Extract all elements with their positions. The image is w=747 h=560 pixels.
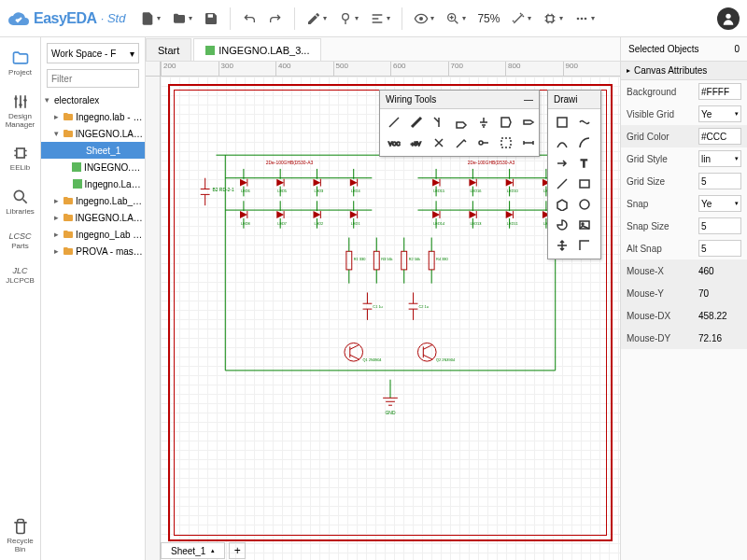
net-flag-tool[interactable] <box>496 113 516 132</box>
advanced-menu-button[interactable] <box>571 6 599 32</box>
redo-button[interactable] <box>264 6 287 32</box>
fabrication-menu-button[interactable] <box>539 6 567 32</box>
user-avatar[interactable] <box>717 7 740 30</box>
tree-row[interactable]: Ingegno.Lab_1.0 <box>41 175 145 192</box>
prop-row: Grid Color #CCC <box>621 125 747 147</box>
cloud-icon <box>7 7 30 30</box>
project-panel: Work Space - F▾ ▾electoralex ▸Ingegno.la… <box>41 37 146 560</box>
svg-marker-89 <box>314 211 321 218</box>
no-connect-tool[interactable] <box>429 133 449 152</box>
undo-button[interactable] <box>238 6 261 32</box>
canvas-attributes-header[interactable]: Canvas Attributes <box>621 62 747 80</box>
svg-text:R2
56k: R2 56k <box>409 257 420 261</box>
line-tool[interactable] <box>574 113 595 132</box>
svg-point-0 <box>343 13 349 20</box>
svg-text:LED14: LED14 <box>433 221 445 226</box>
rail-recycle-bin[interactable]: Recycle Bin <box>2 511 39 560</box>
wiring-tools-title[interactable]: Wiring Tools— <box>380 91 539 109</box>
sheet-tool[interactable] <box>552 113 572 132</box>
measure-tool[interactable] <box>518 133 539 152</box>
folder-menu-button[interactable] <box>168 6 196 32</box>
arc-tool[interactable] <box>574 133 595 152</box>
ellipse-tool[interactable] <box>574 195 595 214</box>
bezier-tool[interactable] <box>552 133 572 152</box>
prop-input[interactable]: 5 <box>698 217 741 234</box>
app-logo[interactable]: EasyEDA · Std <box>7 7 125 30</box>
tree-row[interactable]: ▾INGEGNO.LAB_3n <box>41 125 145 142</box>
tools-menu-button[interactable] <box>507 6 535 32</box>
freehand-tool[interactable] <box>552 175 572 193</box>
tree-row[interactable]: ▸Ingegno.lab - mas <box>41 108 145 125</box>
svg-text:C2
1u: C2 1u <box>418 304 428 309</box>
pin-tool[interactable] <box>473 133 494 152</box>
save-button[interactable] <box>200 6 222 32</box>
rail-jlcpcb[interactable]: JLCJLCPCB <box>2 260 39 291</box>
rail-eelib[interactable]: EELib <box>2 138 39 178</box>
svg-text:B2
RD-2-1: B2 RD-2-1 <box>213 188 234 192</box>
prop-input[interactable]: #CCC <box>698 128 741 145</box>
zoom-menu-button[interactable] <box>442 6 470 32</box>
drag-tool[interactable] <box>552 236 572 255</box>
net-label-tool[interactable] <box>451 113 472 132</box>
group-tool[interactable] <box>496 133 516 152</box>
prop-input[interactable]: 5 <box>698 173 741 189</box>
more-icon <box>574 11 589 26</box>
schematic-content[interactable]: VCC 2De-100GHB(D530-A3 2De-100GHB(D530-A… <box>189 114 592 426</box>
rect-tool[interactable] <box>574 175 595 193</box>
canvas-origin-tool[interactable] <box>574 236 595 255</box>
wire-tool[interactable] <box>384 113 404 132</box>
view-menu-button[interactable] <box>410 6 438 32</box>
tree-row[interactable]: ▸INGEGNO.LAB.SM <box>41 209 145 226</box>
arrow-tool[interactable] <box>552 154 572 173</box>
rail-project[interactable]: Project <box>2 43 39 83</box>
minimize-icon[interactable]: — <box>524 94 533 105</box>
pin-icon <box>338 11 353 26</box>
place-menu-button[interactable] <box>334 6 362 32</box>
sheet-tab-1[interactable]: Sheet_1 ▴ <box>161 542 225 559</box>
polygon-tool[interactable] <box>552 195 572 214</box>
pie-tool[interactable] <box>552 216 572 234</box>
tab-start[interactable]: Start <box>146 38 191 61</box>
rail-parts[interactable]: LCSCParts <box>2 226 39 257</box>
prop-input[interactable]: lin <box>698 150 741 167</box>
tree-row[interactable]: INGEGNO.LAB_3 <box>41 159 145 175</box>
drawing-tools-title[interactable]: Drawi <box>548 91 600 109</box>
file-menu-button[interactable] <box>136 6 164 32</box>
power-tool[interactable]: +5V <box>406 133 427 152</box>
vcc-tool[interactable]: VCC <box>384 133 404 152</box>
rail-libraries[interactable]: Libraries <box>2 182 39 222</box>
format-menu-button[interactable] <box>366 6 394 32</box>
image-tool[interactable] <box>574 216 595 234</box>
chip-icon <box>543 11 557 26</box>
wiring-tools-panel[interactable]: Wiring Tools— VCC +5V <box>379 90 540 157</box>
tree-row[interactable]: ▸PROVA - master - <box>41 243 145 259</box>
tree-row[interactable]: ▸Ingegno_Lab - ma <box>41 226 145 243</box>
filter-input[interactable] <box>47 69 139 88</box>
add-sheet-button[interactable]: + <box>229 542 246 559</box>
tree-row[interactable]: Sheet_1 <box>41 142 145 159</box>
probe-tool[interactable] <box>451 133 472 152</box>
tree-root[interactable]: ▾electoralex <box>41 91 145 108</box>
svg-marker-69 <box>506 179 514 187</box>
svg-point-150 <box>417 343 436 361</box>
tree-row[interactable]: ▸Ingegno.Lab_SMD <box>41 192 145 209</box>
prop-input[interactable]: Ye <box>698 195 741 212</box>
prop-input[interactable]: 5 <box>698 240 741 257</box>
edit-menu-button[interactable] <box>303 6 331 32</box>
net-port-tool[interactable] <box>518 113 539 132</box>
sch-icon <box>205 46 215 55</box>
svg-text:R4
330: R4 330 <box>436 257 448 261</box>
svg-point-164 <box>582 223 584 225</box>
prop-input[interactable]: #FFFF <box>698 83 741 100</box>
tab-schematic[interactable]: INGEGNO.LAB_3... <box>193 38 321 61</box>
search-icon <box>11 188 30 206</box>
bus-entry-tool[interactable] <box>429 113 449 132</box>
ground-tool[interactable] <box>473 113 494 132</box>
rail-design-manager[interactable]: Design Manager <box>2 87 39 135</box>
bus-tool[interactable] <box>406 113 427 132</box>
prop-input[interactable]: Ye <box>698 105 741 122</box>
svg-text:LED11: LED11 <box>507 221 518 226</box>
workspace-select[interactable]: Work Space - F▾ <box>47 43 139 63</box>
drawing-tools-panel[interactable]: Drawi T <box>547 90 601 259</box>
text-tool[interactable]: T <box>574 154 595 173</box>
